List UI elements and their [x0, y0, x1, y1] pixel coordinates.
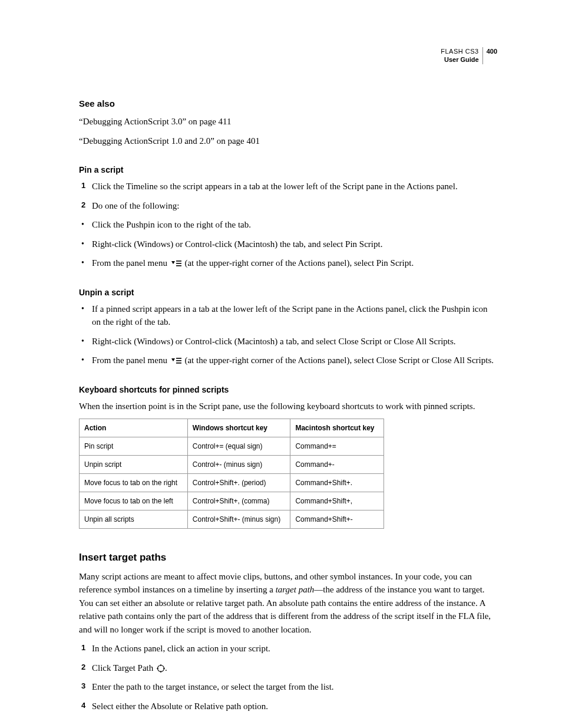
bullet-item: Right-click (Windows) or Control-click (… — [81, 238, 497, 251]
cell: Unpin script — [80, 456, 188, 474]
bullet-text-post: (at the upper-right corner of the Action… — [183, 355, 494, 365]
cell: Command+Shift+. — [290, 474, 384, 492]
bullet-item: Right-click (Windows) or Control-click (… — [81, 335, 497, 348]
shortcuts-table: Action Windows shortcut key Macintosh sh… — [79, 419, 384, 529]
col-windows: Windows shortcut key — [187, 419, 290, 437]
para-em: target path — [276, 585, 315, 594]
product-name: FLASH CS3 — [441, 47, 478, 55]
table-row: Pin script Control+= (equal sign) Comman… — [80, 437, 384, 456]
svg-rect-2 — [176, 263, 181, 264]
guide-name: User Guide — [441, 55, 478, 64]
step-item: Do one of the following: — [81, 199, 497, 213]
pin-script-heading: Pin a script — [79, 164, 497, 176]
step-text: Do one of the following: — [92, 201, 179, 210]
see-also-link: “Debugging ActionScript 1.0 and 2.0” on … — [79, 134, 497, 148]
bullet-text-pre: From the panel menu — [92, 258, 170, 268]
step-text-pre: Click Target Path — [92, 663, 156, 673]
step-text: Select either the Absolute or Relative p… — [92, 701, 268, 711]
cell: Command+Shift+, — [290, 492, 384, 510]
bullet-text: If a pinned script appears in a tab at t… — [92, 304, 487, 327]
target-path-icon — [157, 664, 165, 673]
cell: Command+- — [290, 456, 384, 474]
panel-menu-icon — [171, 260, 181, 267]
step-item: Select either the Absolute or Relative p… — [81, 700, 497, 713]
cell: Control+Shift+- (minus sign) — [187, 510, 290, 529]
table-row: Unpin script Control+- (minus sign) Comm… — [80, 456, 384, 474]
bullet-item: If a pinned script appears in a tab at t… — [81, 302, 497, 329]
cell: Command+Shift+- — [290, 510, 384, 529]
table-row: Move focus to tab on the left Control+Sh… — [80, 492, 384, 510]
shortcuts-intro: When the insertion point is in the Scrip… — [79, 400, 497, 413]
step-text: Enter the path to the target instance, o… — [92, 682, 334, 691]
table-row: Move focus to tab on the right Control+S… — [80, 474, 384, 492]
cell: Unpin all scripts — [80, 510, 188, 529]
cell: Control+= (equal sign) — [187, 437, 290, 456]
svg-point-8 — [157, 665, 164, 671]
bullet-item: From the panel menu (at the upper-right … — [81, 256, 497, 270]
cell: Control+Shift+, (comma) — [187, 492, 290, 510]
header-left: FLASH CS3 User Guide — [441, 47, 482, 64]
step-text: In the Actions panel, click an action in… — [92, 644, 270, 653]
bullet-item: From the panel menu (at the upper-right … — [81, 354, 497, 367]
step-item: In the Actions panel, click an action in… — [81, 642, 497, 655]
page-header: FLASH CS3 User Guide 400 — [79, 47, 497, 64]
bullet-text: Click the Pushpin icon to the right of t… — [92, 220, 251, 229]
svg-rect-3 — [176, 265, 181, 266]
svg-marker-0 — [171, 261, 175, 264]
col-action: Action — [80, 419, 188, 437]
svg-rect-1 — [176, 261, 181, 262]
step-item: Enter the path to the target instance, o… — [81, 680, 497, 694]
bullet-item: Click the Pushpin icon to the right of t… — [81, 218, 497, 232]
bullet-text-pre: From the panel menu — [92, 355, 170, 365]
cell: Pin script — [80, 437, 188, 456]
svg-marker-4 — [171, 358, 175, 361]
page-number: 400 — [483, 47, 497, 64]
bullet-text: Right-click (Windows) or Control-click (… — [92, 239, 382, 249]
insert-target-paths-heading: Insert target paths — [79, 550, 497, 565]
cell: Move focus to tab on the left — [80, 492, 188, 510]
see-also-heading: See also — [79, 97, 497, 111]
insert-target-paths-para: Many script actions are meant to affect … — [79, 570, 497, 637]
panel-menu-icon — [171, 357, 181, 364]
shortcuts-heading: Keyboard shortcuts for pinned scripts — [79, 384, 497, 396]
cell: Control+- (minus sign) — [187, 456, 290, 474]
svg-rect-5 — [176, 358, 181, 359]
bullet-text: Right-click (Windows) or Control-click (… — [92, 337, 456, 346]
step-text: Click the Timeline so the script appears… — [92, 182, 458, 191]
col-mac: Macintosh shortcut key — [290, 419, 384, 437]
see-also-link: “Debugging ActionScript 3.0” on page 411 — [79, 115, 497, 129]
step-item: Click the Timeline so the script appears… — [81, 180, 497, 193]
cell: Control+Shift+. (period) — [187, 474, 290, 492]
bullet-text-post: (at the upper-right corner of the Action… — [183, 258, 414, 268]
table-header-row: Action Windows shortcut key Macintosh sh… — [80, 419, 384, 437]
step-item: Click Target Path . — [81, 661, 497, 675]
unpin-script-heading: Unpin a script — [79, 286, 497, 299]
cell: Move focus to tab on the right — [80, 474, 188, 492]
table-row: Unpin all scripts Control+Shift+- (minus… — [80, 510, 384, 529]
svg-rect-7 — [176, 363, 181, 364]
cell: Command+= — [290, 437, 384, 456]
svg-rect-6 — [176, 360, 181, 361]
step-text-post: . — [165, 663, 167, 673]
